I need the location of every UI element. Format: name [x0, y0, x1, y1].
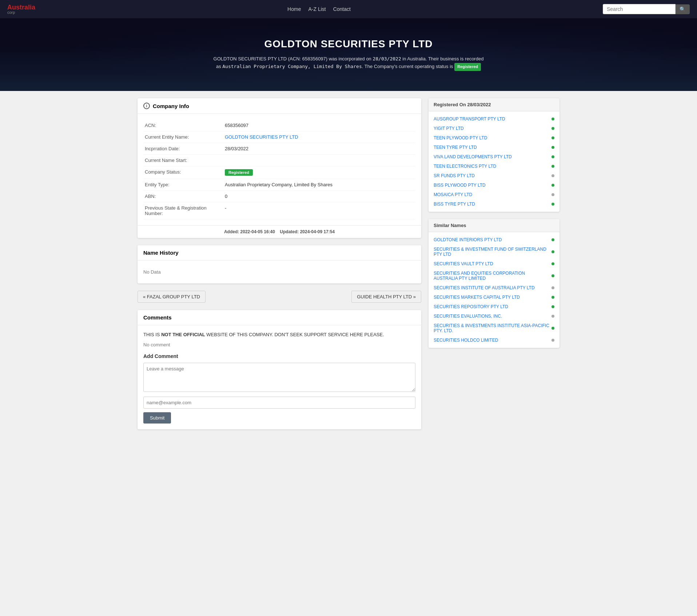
status-dot: [551, 286, 554, 289]
page-title: GOLDTON SECURITIES PTY LTD: [264, 38, 433, 50]
nav-home[interactable]: Home: [287, 6, 301, 12]
list-item: AUSGROUP TRANSPORT PTY LTD: [429, 114, 559, 124]
company-link[interactable]: BISS PLYWOOD PTY LTD: [434, 183, 549, 188]
search-input[interactable]: [603, 4, 676, 14]
field-label-incorp-date: Incprration Date:: [143, 143, 223, 155]
add-comment-label: Add Comment: [143, 353, 415, 359]
company-link[interactable]: GOLDTONE INTERIORS PTY LTD: [434, 237, 549, 242]
list-item: SECURITIES EVALUATIONS, INC.: [429, 311, 559, 321]
company-link[interactable]: VIVA LAND DEVELOPMENTS PTY LTD: [434, 154, 549, 159]
name-history-body: No Data: [138, 261, 421, 283]
company-info-header: i Company Info: [138, 98, 421, 114]
list-item: SECURITIES HOLDCO LIMITED: [429, 335, 559, 345]
nav-contact[interactable]: Contact: [333, 6, 351, 12]
company-link[interactable]: SECURITIES EVALUATIONS, INC.: [434, 314, 549, 319]
company-info-footer: Added: 2022-04-05 16:40 Updated: 2024-04…: [138, 225, 421, 238]
hero-description: GOLDTON SECURITIES PTY LTD (ACN: 6583560…: [212, 55, 485, 71]
no-data-label: No Data: [143, 266, 415, 278]
submit-button[interactable]: Submit: [143, 412, 171, 424]
desc-entity-type: Australian Proprietary Company, Limited …: [222, 64, 362, 69]
company-link[interactable]: SECURITIES HOLDCO LIMITED: [434, 338, 549, 343]
list-item: MOSAICA PTY LTD: [429, 190, 559, 199]
list-item: VIVA LAND DEVELOPMENTS PTY LTD: [429, 152, 559, 162]
company-status-badge: Registered: [225, 169, 253, 176]
company-link[interactable]: MOSAICA PTY LTD: [434, 192, 549, 197]
field-value-abn: 0: [223, 191, 415, 202]
list-item: BISS PLYWOOD PTY LTD: [429, 180, 559, 190]
status-dot: [551, 238, 554, 241]
status-dot: [551, 315, 554, 318]
similar-names-card: Similar Names GOLDTONE INTERIORS PTY LTD…: [429, 219, 559, 348]
info-icon: i: [143, 103, 150, 109]
company-link[interactable]: BISS TYRE PTY LTD: [434, 202, 549, 207]
list-item: SR FUNDS PTY LTD: [429, 171, 559, 180]
desc-post-entity: . The Company's current operating status…: [362, 64, 454, 69]
company-link[interactable]: SECURITIES MARKETS CAPITAL PTY LTD: [434, 295, 549, 300]
nav-buttons: « FAZAL GROUP PTY LTD GUIDE HEALTH PTY L…: [138, 291, 421, 303]
comments-header: Comments: [138, 310, 421, 325]
field-value-prev-state: -: [223, 202, 415, 219]
field-label-abn: ABN:: [143, 191, 223, 202]
company-link[interactable]: SECURITIES REPOSITORY PTY LTD: [434, 304, 549, 309]
status-dot: [551, 250, 554, 253]
comment-warning: THIS IS NOT THE OFFICIAL WEBSITE OF THIS…: [143, 331, 415, 338]
warning-bold: NOT THE OFFICIAL: [161, 332, 205, 337]
comments-title: Comments: [143, 314, 172, 321]
field-value-name-start: [223, 155, 415, 166]
list-item: SECURITIES INSTITUTE OF AUSTRALIA PTY LT…: [429, 283, 559, 293]
left-column: i Company Info ACN: 658356097 Current En…: [138, 98, 421, 437]
email-field[interactable]: [143, 397, 415, 409]
company-link[interactable]: YIGIT PTY LTD: [434, 126, 549, 131]
prev-company-button[interactable]: « FAZAL GROUP PTY LTD: [138, 291, 206, 303]
company-link[interactable]: AUSGROUP TRANSPORT PTY LTD: [434, 116, 549, 122]
status-dot: [551, 174, 554, 177]
updated-label: Updated:: [280, 229, 299, 234]
company-link[interactable]: SR FUNDS PTY LTD: [434, 173, 549, 178]
entity-name-link[interactable]: GOLDTON SECURITIES PTY LTD: [225, 134, 298, 140]
table-row: Current Name Start:: [143, 155, 415, 166]
table-row: Entity Type: Australian Proprietary Comp…: [143, 179, 415, 191]
status-dot: [551, 118, 554, 120]
table-row: Incprration Date: 28/03/2022: [143, 143, 415, 155]
list-item: TEEN ELECTRONICS PTY LTD: [429, 162, 559, 171]
no-comment-label: No comment: [143, 342, 415, 347]
field-label-entity-type: Entity Type:: [143, 179, 223, 191]
list-item: SECURITIES AND EQUITIES CORPORATION AUST…: [429, 269, 559, 283]
company-info-card: i Company Info ACN: 658356097 Current En…: [138, 98, 421, 238]
company-link[interactable]: TEEN TYRE PTY LTD: [434, 145, 549, 150]
next-company-button[interactable]: GUIDE HEALTH PTY LTD »: [351, 291, 421, 303]
company-link[interactable]: SECURITIES & INVESTMENTS INSTITUTE ASIA-…: [434, 323, 549, 333]
status-dot: [551, 203, 554, 206]
status-dot: [551, 305, 554, 308]
brand-logo[interactable]: Australia corp: [7, 4, 35, 15]
field-value-status: Registered: [223, 166, 415, 179]
status-dot: [551, 165, 554, 168]
status-dot: [551, 327, 554, 330]
comment-textarea[interactable]: [143, 363, 415, 392]
status-dot: [551, 136, 554, 139]
company-link[interactable]: SECURITIES & INVESTMENT FUND OF SWITZERL…: [434, 247, 549, 257]
desc-date: 28/03/2022: [373, 56, 401, 61]
table-row: Company Status: Registered: [143, 166, 415, 179]
brand-corp-text: corp: [7, 11, 35, 15]
company-link[interactable]: TEEN ELECTRONICS PTY LTD: [434, 164, 549, 169]
list-item: SECURITIES & INVESTMENT FUND OF SWITZERL…: [429, 245, 559, 259]
nav-az-list[interactable]: A-Z List: [308, 6, 326, 12]
warning-pre: THIS IS: [143, 332, 161, 337]
company-link[interactable]: SECURITIES AND EQUITIES CORPORATION AUST…: [434, 271, 549, 281]
company-link[interactable]: SECURITIES INSTITUTE OF AUSTRALIA PTY LT…: [434, 285, 549, 290]
field-label-acn: ACN:: [143, 120, 223, 131]
table-row: ACN: 658356097: [143, 120, 415, 131]
field-value-acn: 658356097: [223, 120, 415, 131]
status-dot: [551, 339, 554, 342]
company-link[interactable]: TEEN PLYWOOD PTY LTD: [434, 135, 549, 140]
company-link[interactable]: SECURITIES VAULT PTY LTD: [434, 261, 549, 266]
field-label-status: Company Status:: [143, 166, 223, 179]
list-item: TEEN TYRE PTY LTD: [429, 143, 559, 152]
name-history-header: Name History: [138, 245, 421, 261]
field-label-prev-state: Previous State & Registration Number:: [143, 202, 223, 219]
search-button[interactable]: 🔍: [676, 4, 690, 14]
nav-links: Home A-Z List Contact: [287, 6, 351, 12]
list-item: BISS TYRE PTY LTD: [429, 199, 559, 209]
status-dot: [551, 146, 554, 149]
